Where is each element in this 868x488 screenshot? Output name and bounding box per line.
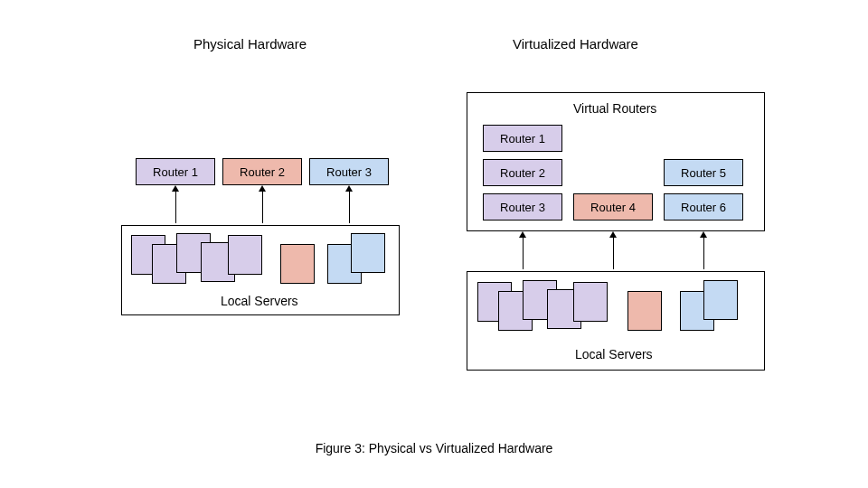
virtual-router-6: Router 6 xyxy=(664,193,743,221)
physical-router-2: Router 2 xyxy=(222,158,302,185)
physical-arrow-1 xyxy=(175,191,176,223)
virtual-router-4: Router 4 xyxy=(573,193,653,221)
physical-arrow-2 xyxy=(262,191,263,223)
virtual-server-block xyxy=(627,291,662,331)
physical-arrow-3 xyxy=(349,191,350,223)
physical-local-servers-label: Local Servers xyxy=(221,294,298,308)
physical-server-block xyxy=(228,235,262,275)
virtual-router-2: Router 2 xyxy=(483,159,562,186)
physical-server-block xyxy=(280,244,315,284)
virtual-router-5: Router 5 xyxy=(664,159,743,186)
virtual-server-block xyxy=(703,280,738,320)
physical-router-3: Router 3 xyxy=(309,158,389,185)
virtual-arrow-2 xyxy=(613,237,614,269)
virtual-routers-label: Virtual Routers xyxy=(573,101,656,116)
physical-title: Physical Hardware xyxy=(193,36,307,52)
virtual-router-3: Router 3 xyxy=(483,193,562,221)
virtualized-title: Virtualized Hardware xyxy=(513,36,638,52)
virtual-router-1: Router 1 xyxy=(483,125,562,152)
virtual-arrow-3 xyxy=(703,237,704,269)
virtual-server-block xyxy=(573,282,608,322)
virtual-local-servers-label: Local Servers xyxy=(575,347,653,361)
virtual-arrow-1 xyxy=(523,237,524,269)
figure-caption: Figure 3: Physical vs Virtualized Hardwa… xyxy=(0,441,868,455)
physical-router-1: Router 1 xyxy=(136,158,215,185)
physical-server-block xyxy=(351,233,385,273)
